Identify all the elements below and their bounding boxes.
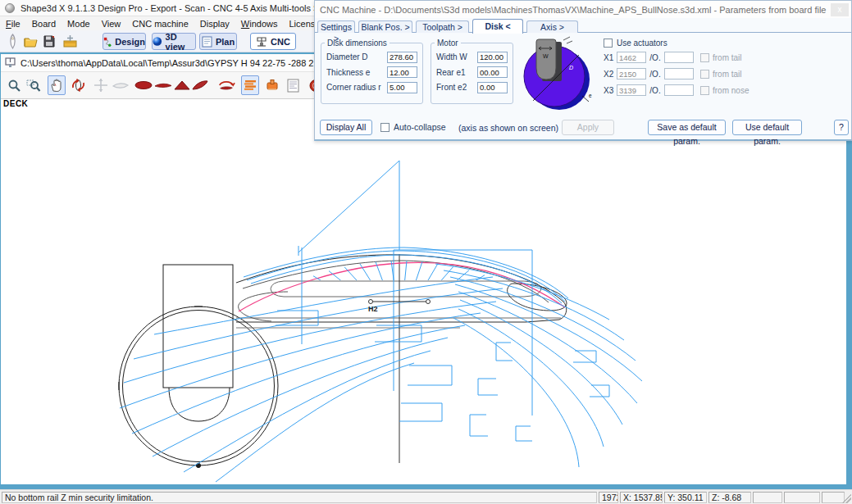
cnc-label: CNC — [271, 37, 290, 47]
rail-line — [239, 262, 565, 311]
cnc-view-button[interactable]: CNC — [250, 33, 296, 50]
drawing-area[interactable]: DECK — [1, 99, 846, 484]
status-count: 1972 — [599, 492, 618, 503]
board-outline — [236, 254, 567, 463]
cnc-icon — [256, 36, 267, 48]
design-view-button[interactable]: Design — [103, 33, 146, 50]
resize-grip[interactable] — [841, 493, 851, 503]
apply-button[interactable]: Apply — [562, 120, 614, 135]
x2-offset-input[interactable] — [664, 68, 694, 79]
menu-board[interactable]: Board — [26, 18, 62, 30]
menu-windows[interactable]: Windows — [235, 18, 284, 30]
disk-and-motor — [119, 265, 278, 468]
status-bar: No bottom rail Z min security limitation… — [0, 489, 852, 504]
x1-from-tail-checkbox[interactable] — [700, 53, 709, 62]
x2-from-tail-label: from tail — [713, 70, 742, 79]
dialog-title-bar: CNC Machine - D:\Documents\S3d models\Ma… — [315, 1, 851, 18]
front-e2-input[interactable] — [477, 82, 508, 93]
zoom-window-icon[interactable] — [25, 75, 43, 95]
rotate-board-icon[interactable] — [217, 75, 235, 95]
display-all-button[interactable]: Display All — [320, 120, 372, 135]
use-actuators-label: Use actuators — [617, 39, 667, 48]
x1-from-tail-label: from tail — [713, 53, 742, 62]
outline-view-icon[interactable] — [134, 75, 153, 95]
pan-hand-icon[interactable] — [48, 75, 66, 95]
screen: { "main_window": { "title": "Shape3d X 9… — [0, 0, 852, 504]
thickness-input[interactable] — [387, 66, 417, 78]
diameter-input[interactable] — [387, 52, 417, 63]
sphere-icon — [153, 36, 162, 47]
menu-mode[interactable]: Mode — [62, 18, 96, 30]
auto-collapse-row: Auto-collapse — [380, 122, 446, 132]
slice-view-icon[interactable] — [173, 75, 191, 95]
x3-input[interactable] — [617, 84, 646, 96]
design-label: Design — [115, 37, 145, 47]
status-z: Z: -8.68 — [708, 492, 751, 503]
corner-radius-input[interactable] — [387, 82, 417, 93]
rotate-3d-icon[interactable] — [69, 75, 87, 95]
profile-view-icon[interactable] — [154, 75, 172, 95]
save-default-param-button[interactable]: Save as default param. — [648, 120, 726, 135]
auto-collapse-label: Auto-collapse — [394, 122, 446, 132]
x2-sep: /O. — [646, 70, 664, 79]
zoom-in-icon[interactable] — [5, 75, 23, 95]
plan-view-button[interactable]: Plan — [199, 33, 237, 50]
cnc-toolpath-drawing: H2 — [1, 99, 846, 484]
x2-input[interactable] — [617, 68, 646, 79]
x1-offset-input[interactable] — [664, 52, 694, 63]
status-empty-2 — [784, 492, 820, 503]
plan-icon — [202, 36, 212, 48]
tab-settings[interactable]: Settings > — [317, 20, 355, 33]
disk-dimensions-legend: Disk dimensions — [325, 39, 390, 48]
actuator-row-x1: X1 /O. from tail — [604, 52, 742, 63]
menu-file[interactable]: File — [0, 18, 26, 30]
dimensions-icon[interactable] — [62, 34, 78, 49]
actuator-row-x3: X3 /O. from nose — [604, 84, 749, 96]
diameter-label: Diameter D — [326, 52, 368, 61]
tab-toolpath[interactable]: Toolpath > — [416, 20, 469, 33]
menu-view[interactable]: View — [96, 18, 127, 30]
new-board-icon[interactable] — [5, 34, 21, 49]
motor-group: Motor Width W Rear e1 Front e2 — [431, 39, 513, 104]
tab-blank-pos[interactable]: Blank Pos. > — [358, 20, 412, 33]
tab-axis[interactable]: Axis > — [526, 20, 578, 33]
layers-icon[interactable] — [241, 75, 259, 95]
menu-display[interactable]: Display — [194, 18, 235, 30]
disk-dimensions-group: Disk dimensions Diameter D Thickness e C… — [321, 39, 423, 104]
use-default-param-button[interactable]: Use default param. — [732, 120, 802, 135]
3d-view-label: 3D view — [166, 32, 195, 52]
dialog-tabs: Settings > Blank Pos. > Toolpath > Disk … — [315, 19, 851, 33]
board-gray-icon[interactable] — [112, 75, 130, 95]
front-e2-label: Front e2 — [436, 83, 467, 92]
menu-cnc-machine[interactable]: CNC machine — [126, 18, 194, 30]
rear-e1-label: Rear e1 — [436, 68, 466, 77]
status-y: Y: 350.11 — [664, 492, 707, 503]
thickness-label: Thickness e — [326, 68, 370, 77]
design-icon — [103, 36, 112, 48]
illustration-e-label: e — [589, 93, 592, 98]
rear-e1-input[interactable] — [477, 66, 508, 78]
x2-from-tail-checkbox[interactable] — [700, 70, 709, 79]
auto-collapse-checkbox[interactable] — [380, 123, 390, 132]
perspective-view-icon[interactable] — [191, 75, 209, 95]
toolpath-machine-icon[interactable] — [263, 75, 281, 95]
move-cross-icon[interactable] — [92, 75, 110, 95]
tab-disk[interactable]: Disk < — [472, 19, 523, 34]
width-input[interactable] — [477, 52, 508, 63]
width-label: Width W — [436, 52, 467, 61]
help-button[interactable]: ? — [834, 120, 849, 135]
board-file-icon — [5, 57, 16, 68]
use-actuators-checkbox[interactable] — [604, 39, 613, 48]
x3-sep: /O. — [646, 86, 664, 95]
save-icon[interactable] — [41, 34, 57, 49]
x1-label: X1 — [604, 53, 617, 62]
close-icon[interactable]: x — [831, 3, 849, 16]
x3-from-nose-checkbox[interactable] — [700, 86, 709, 95]
cut-list-icon[interactable] — [284, 75, 302, 95]
open-folder-icon[interactable] — [23, 34, 39, 49]
x3-offset-input[interactable] — [664, 84, 694, 96]
3d-view-button[interactable]: 3D view — [152, 33, 196, 50]
x1-input[interactable] — [617, 52, 646, 63]
illustration-d-label: D — [569, 65, 573, 70]
plan-label: Plan — [216, 37, 235, 47]
